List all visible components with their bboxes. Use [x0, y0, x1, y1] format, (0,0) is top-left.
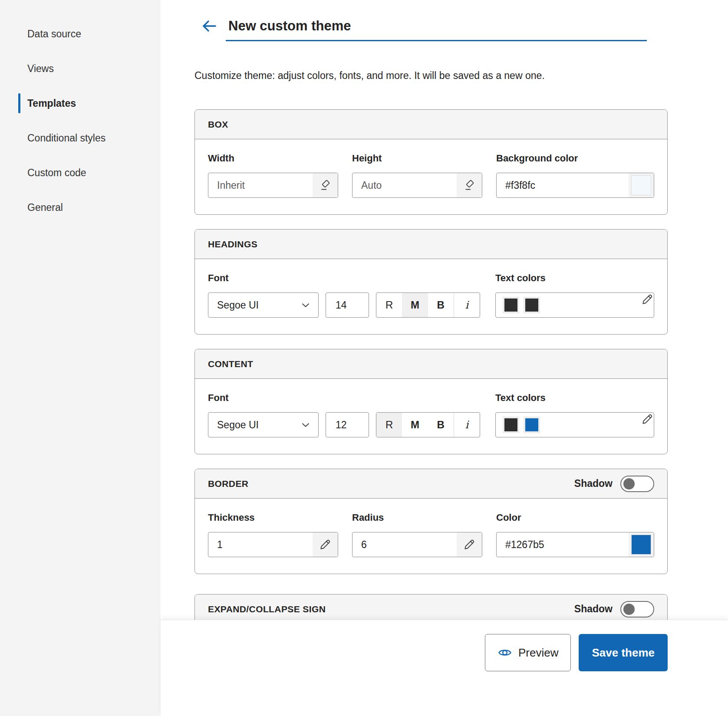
sidebar-item-views[interactable]: Views — [0, 51, 161, 86]
box-section: BOX Width Inherit Height — [194, 109, 668, 215]
sidebar-item-custom-code[interactable]: Custom code — [0, 155, 161, 190]
content-font-select[interactable]: Segoe UI — [208, 412, 319, 437]
height-erase-button[interactable] — [457, 173, 482, 197]
content-font-size-input[interactable]: 12 — [326, 412, 369, 437]
preview-button[interactable]: Preview — [485, 634, 571, 671]
sidebar-item-templates[interactable]: Templates — [0, 86, 161, 121]
headings-section-body: Font Segoe UI 14 R M — [195, 259, 667, 334]
content-section: CONTENT Font Segoe UI 12 — [194, 349, 668, 454]
expand-collapse-shadow-label: Shadow — [574, 603, 613, 615]
expand-collapse-section-title: EXPAND/COLLAPSE SIGN — [208, 604, 326, 614]
headings-text-colors-input[interactable] — [495, 292, 654, 318]
chevron-down-icon — [300, 419, 311, 430]
color-swatch — [524, 417, 540, 433]
sidebar-item-general[interactable]: General — [0, 190, 161, 225]
radius-value: 6 — [352, 532, 457, 557]
border-shadow-toggle[interactable] — [620, 476, 654, 492]
border-section-body: Thickness 1 Radius 6 — [195, 499, 667, 574]
color-swatch — [503, 417, 519, 433]
box-section-body: Width Inherit Height Auto — [195, 139, 667, 214]
main-content: New custom theme Customize theme: adjust… — [161, 0, 728, 624]
content-weight-italic[interactable]: i — [454, 413, 480, 437]
content-weight-bold[interactable]: B — [428, 413, 454, 437]
radius-input[interactable]: 6 — [352, 532, 482, 557]
eraser-icon — [463, 179, 476, 192]
headings-section-header: HEADINGS — [195, 230, 667, 259]
sidebar-item-conditional-styles[interactable]: Conditional styles — [0, 121, 161, 155]
width-value: Inherit — [208, 173, 313, 197]
sidebar-item-label: Conditional styles — [27, 132, 105, 144]
thickness-field: Thickness 1 — [208, 512, 338, 557]
height-label: Height — [352, 152, 482, 164]
footer-bar: Preview Save theme — [161, 620, 728, 716]
content-text-colors-label: Text colors — [495, 392, 654, 404]
height-field: Height Auto — [352, 152, 482, 198]
sidebar-item-label: General — [27, 202, 63, 213]
page-title: New custom theme — [228, 18, 351, 34]
toggle-knob — [623, 478, 635, 489]
save-theme-button[interactable]: Save theme — [579, 634, 668, 671]
pencil-icon — [641, 413, 654, 426]
width-field: Width Inherit — [208, 152, 338, 198]
content-weight-regular[interactable]: R — [376, 413, 402, 437]
back-button[interactable] — [200, 16, 219, 36]
headings-weight-control: R M B i — [376, 292, 480, 318]
eye-icon — [497, 645, 512, 660]
expand-collapse-shadow-toggle[interactable] — [620, 601, 654, 617]
height-value: Auto — [352, 173, 457, 197]
color-swatch — [631, 175, 651, 195]
thickness-label: Thickness — [208, 512, 338, 523]
box-section-header: BOX — [195, 110, 667, 139]
theme-sections: BOX Width Inherit Height — [194, 109, 668, 624]
radius-label: Radius — [352, 512, 482, 523]
border-color-input[interactable]: #1267b5 — [496, 532, 654, 557]
content-text-colors-edit-button[interactable] — [641, 413, 654, 437]
width-input[interactable]: Inherit — [208, 173, 338, 198]
expand-collapse-shadow-group: Shadow — [574, 601, 654, 617]
pencil-icon — [463, 538, 476, 551]
save-theme-button-label: Save theme — [592, 646, 655, 660]
headings-weight-bold[interactable]: B — [428, 293, 454, 317]
background-color-input[interactable]: #f3f8fc — [496, 173, 654, 198]
thickness-value: 1 — [208, 532, 313, 557]
background-color-swatch-button[interactable] — [629, 173, 654, 197]
background-color-value: #f3f8fc — [497, 173, 629, 197]
headings-weight-regular[interactable]: R — [376, 293, 402, 317]
radius-edit-button[interactable] — [457, 532, 482, 557]
content-font-family-value: Segoe UI — [217, 419, 259, 431]
toggle-knob — [623, 604, 635, 615]
content-text-colors-field: Text colors — [495, 392, 654, 437]
content-section-title: CONTENT — [208, 359, 253, 369]
headings-font-label: Font — [208, 272, 480, 284]
sidebar-item-data-source[interactable]: Data source — [0, 16, 161, 51]
content-weight-medium[interactable]: M — [402, 413, 428, 437]
headings-font-size-input[interactable]: 14 — [326, 292, 369, 318]
headings-weight-medium[interactable]: M — [402, 293, 428, 317]
border-color-swatch-button[interactable] — [629, 532, 654, 557]
width-label: Width — [208, 152, 338, 164]
content-font-field: Font Segoe UI 12 R M — [208, 392, 480, 437]
headings-font-family-value: Segoe UI — [217, 299, 259, 311]
headings-weight-italic[interactable]: i — [454, 293, 480, 317]
height-input[interactable]: Auto — [352, 173, 482, 198]
headings-section: HEADINGS Font Segoe UI 14 — [194, 229, 668, 335]
headings-section-title: HEADINGS — [208, 239, 257, 250]
content-swatches — [496, 413, 641, 437]
content-font-row: Segoe UI 12 R M B i — [208, 412, 480, 437]
pencil-icon — [641, 293, 654, 306]
thickness-edit-button[interactable] — [313, 532, 338, 557]
thickness-input[interactable]: 1 — [208, 532, 338, 557]
content-text-colors-input[interactable] — [495, 412, 654, 437]
headings-swatches — [496, 293, 641, 317]
headings-font-select[interactable]: Segoe UI — [208, 292, 319, 318]
sidebar: Data source Views Templates Conditional … — [0, 0, 161, 716]
border-section-title: BORDER — [208, 479, 248, 489]
title-underline — [226, 40, 647, 41]
width-erase-button[interactable] — [313, 173, 338, 197]
sidebar-item-label: Templates — [27, 98, 76, 109]
pencil-icon — [319, 538, 332, 551]
border-color-label: Color — [496, 512, 654, 523]
sidebar-item-label: Views — [27, 63, 54, 75]
headings-text-colors-edit-button[interactable] — [641, 293, 654, 317]
sidebar-nav: Data source Views Templates Conditional … — [0, 0, 161, 225]
